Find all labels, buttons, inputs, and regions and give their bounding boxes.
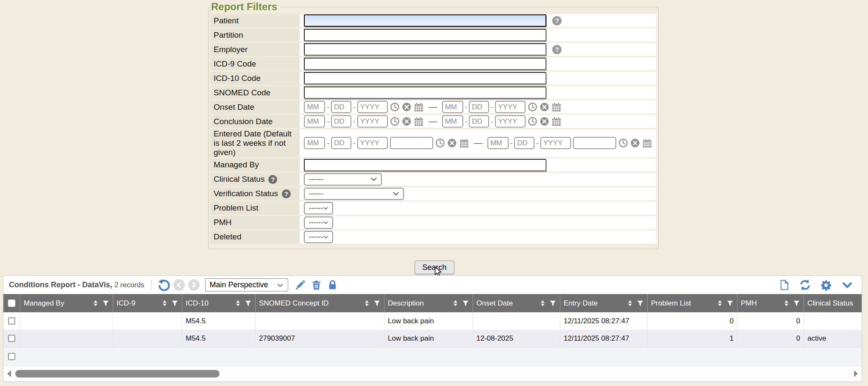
conclusion-end-yyyy-input[interactable] xyxy=(495,115,526,128)
table-row[interactable]: M54.5 Low back pain 12/11/2025 08:27:47 … xyxy=(3,312,862,330)
column-header-icd9[interactable]: ICD-9 xyxy=(113,294,182,312)
clock-icon[interactable] xyxy=(528,102,537,112)
clear-icon[interactable] xyxy=(402,102,412,112)
clear-icon[interactable] xyxy=(630,138,640,148)
entered-start-time-input[interactable] xyxy=(390,137,433,149)
clear-icon[interactable] xyxy=(540,117,549,126)
icd10-input[interactable] xyxy=(304,72,546,84)
filter-funnel-icon[interactable] xyxy=(171,300,178,307)
conclusion-end-dd-input[interactable] xyxy=(469,115,489,128)
clock-icon[interactable] xyxy=(435,138,445,148)
conclusion-start-yyyy-input[interactable] xyxy=(357,115,388,128)
clock-icon[interactable] xyxy=(390,117,400,126)
filter-funnel-icon[interactable] xyxy=(549,300,556,307)
calendar-icon[interactable] xyxy=(414,102,424,112)
scrollbar-thumb[interactable] xyxy=(15,370,220,378)
employer-input[interactable] xyxy=(304,43,546,56)
select-all-checkbox[interactable] xyxy=(8,300,15,307)
lock-icon[interactable] xyxy=(327,280,338,291)
sort-icon[interactable] xyxy=(783,300,790,307)
filter-funnel-icon[interactable] xyxy=(102,300,109,307)
scroll-right-arrow-icon[interactable] xyxy=(854,370,859,378)
column-header-onset-date[interactable]: Onset Date xyxy=(473,294,560,312)
next-perspective-icon[interactable] xyxy=(188,279,200,291)
onset-start-yyyy-input[interactable] xyxy=(357,101,388,113)
column-header-clinical-status[interactable]: Clinical Status xyxy=(804,294,862,312)
clear-icon[interactable] xyxy=(447,138,457,148)
entered-start-yyyy-input[interactable] xyxy=(357,137,388,149)
sort-icon[interactable] xyxy=(92,300,99,307)
snomed-input[interactable] xyxy=(304,86,546,99)
clock-icon[interactable] xyxy=(528,117,537,126)
help-icon[interactable]: ? xyxy=(552,45,562,54)
entered-end-time-input[interactable] xyxy=(573,137,616,149)
column-header-icd10[interactable]: ICD-10 xyxy=(182,294,256,312)
calendar-icon[interactable] xyxy=(551,102,562,112)
scroll-left-arrow-icon[interactable] xyxy=(6,370,11,378)
collapse-chevron-icon[interactable] xyxy=(841,280,854,291)
sort-icon[interactable] xyxy=(364,300,370,307)
filter-funnel-icon[interactable] xyxy=(373,300,381,307)
pmh-select[interactable]: ------ xyxy=(304,217,333,229)
clear-icon[interactable] xyxy=(402,117,412,126)
help-icon[interactable]: ? xyxy=(552,16,562,25)
onset-end-mm-input[interactable] xyxy=(442,101,463,113)
entered-start-dd-input[interactable] xyxy=(331,137,351,149)
onset-end-dd-input[interactable] xyxy=(469,101,489,113)
row-checkbox[interactable] xyxy=(8,335,15,342)
clear-icon[interactable] xyxy=(540,102,549,112)
gear-icon[interactable] xyxy=(820,279,832,291)
calendar-icon[interactable] xyxy=(459,138,469,148)
column-header-entry-date[interactable]: Entry Date xyxy=(560,294,648,312)
clinical-status-select[interactable]: ------ xyxy=(304,173,382,186)
sort-icon[interactable] xyxy=(235,300,241,307)
onset-start-dd-input[interactable] xyxy=(331,101,351,113)
column-header-snomed[interactable]: SNOMED Concept ID xyxy=(256,294,384,312)
conclusion-start-dd-input[interactable] xyxy=(331,115,351,128)
row-checkbox[interactable] xyxy=(8,317,15,325)
prev-perspective-icon[interactable] xyxy=(173,279,185,291)
help-icon[interactable]: ? xyxy=(282,189,291,198)
sort-icon[interactable] xyxy=(161,300,168,307)
sort-icon[interactable] xyxy=(452,300,459,307)
horizontal-scrollbar[interactable] xyxy=(3,366,862,381)
filter-funnel-icon[interactable] xyxy=(637,300,644,307)
entered-end-mm-input[interactable] xyxy=(487,137,509,149)
undo-icon[interactable] xyxy=(157,279,170,292)
perspective-select[interactable]: Main Perspective xyxy=(205,278,288,292)
footer-checkbox[interactable] xyxy=(8,353,15,360)
help-icon[interactable]: ? xyxy=(268,175,277,184)
column-header-managed-by[interactable]: Managed By xyxy=(20,294,113,312)
refresh-icon[interactable] xyxy=(799,279,811,291)
filter-funnel-icon[interactable] xyxy=(245,300,252,307)
conclusion-start-mm-input[interactable] xyxy=(304,115,325,128)
onset-start-mm-input[interactable] xyxy=(304,101,325,113)
problem-list-select[interactable]: ------ xyxy=(304,202,333,214)
edit-perspective-icon[interactable] xyxy=(295,280,306,291)
calendar-icon[interactable] xyxy=(642,138,652,148)
column-header-problem-list[interactable]: Problem List xyxy=(648,294,737,312)
calendar-icon[interactable] xyxy=(414,117,424,127)
filter-funnel-icon[interactable] xyxy=(462,300,469,307)
conclusion-end-mm-input[interactable] xyxy=(442,115,463,128)
entered-start-mm-input[interactable] xyxy=(304,137,325,149)
filter-funnel-icon[interactable] xyxy=(726,300,734,307)
table-row[interactable]: M54.5 279039007 Low back pain 12-08-2025… xyxy=(3,330,862,347)
entered-end-yyyy-input[interactable] xyxy=(540,137,571,149)
sort-icon[interactable] xyxy=(717,300,723,307)
export-file-icon[interactable] xyxy=(779,279,790,291)
calendar-icon[interactable] xyxy=(551,117,562,127)
clock-icon[interactable] xyxy=(618,138,628,148)
delete-perspective-icon[interactable] xyxy=(311,280,322,291)
sort-icon[interactable] xyxy=(540,300,546,307)
column-header-description[interactable]: Description xyxy=(384,294,473,312)
sort-icon[interactable] xyxy=(627,300,633,307)
onset-end-yyyy-input[interactable] xyxy=(495,101,526,113)
filter-funnel-icon[interactable] xyxy=(793,300,800,307)
icd9-input[interactable] xyxy=(304,58,546,70)
patient-input[interactable] xyxy=(304,14,546,27)
deleted-select[interactable]: ------ xyxy=(304,231,333,243)
entered-end-dd-input[interactable] xyxy=(514,137,534,149)
partition-input[interactable] xyxy=(304,29,546,41)
column-header-pmh[interactable]: PMH xyxy=(737,294,804,312)
